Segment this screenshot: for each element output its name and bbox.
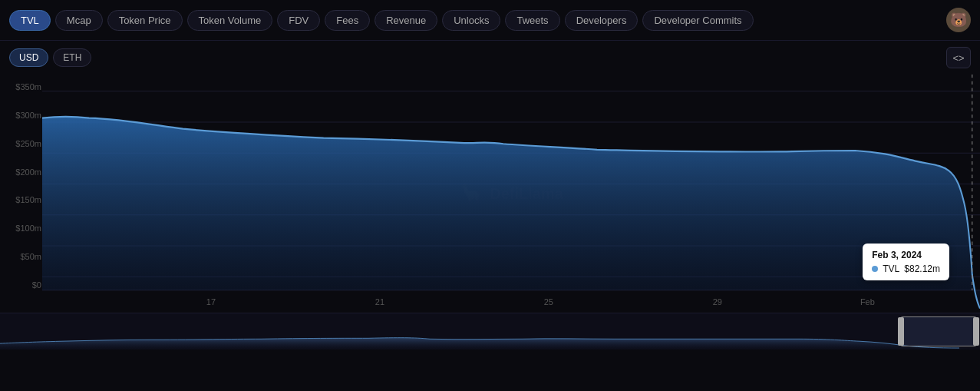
code-button[interactable]: <> xyxy=(946,47,971,68)
tab-token-price[interactable]: Token Price xyxy=(107,10,183,31)
y-label-250m: $250m xyxy=(3,139,41,148)
tab-fees[interactable]: Fees xyxy=(325,10,370,31)
x-label-17: 17 xyxy=(206,297,216,307)
tooltip-dot xyxy=(872,266,878,272)
tab-developers[interactable]: Developers xyxy=(565,10,638,31)
x-label-29: 29 xyxy=(713,297,722,307)
chart-tooltip: Feb 3, 2024 TVL $82.12m xyxy=(863,244,949,280)
tab-unlocks[interactable]: Unlocks xyxy=(442,10,500,31)
tab-mcap[interactable]: Mcap xyxy=(55,10,103,31)
currency-eth[interactable]: ETH xyxy=(53,48,91,67)
currency-usd[interactable]: USD xyxy=(9,48,48,67)
x-label-feb: Feb xyxy=(860,297,875,307)
y-label-300m: $300m xyxy=(3,111,41,120)
range-selector[interactable] xyxy=(900,316,977,346)
chart-svg xyxy=(42,75,980,313)
tab-token-volume[interactable]: Token Volume xyxy=(187,10,273,31)
tab-revenue[interactable]: Revenue xyxy=(375,10,437,31)
chart-svg-area: 🦙 DefiLlama Feb 3, 2024 TVL $82.12m xyxy=(42,75,980,313)
tooltip-label: TVL xyxy=(883,263,899,274)
x-label-21: 21 xyxy=(375,297,384,307)
chart-area-fill xyxy=(42,117,980,309)
tab-tweets[interactable]: Tweets xyxy=(505,10,559,31)
range-handle-right[interactable] xyxy=(973,317,979,346)
tooltip-value: $82.12m xyxy=(904,263,940,274)
y-label-200m: $200m xyxy=(3,167,41,177)
avatar: 🐻 xyxy=(946,8,971,32)
tab-tvl[interactable]: TVL xyxy=(9,10,51,31)
x-label-25: 25 xyxy=(544,297,553,307)
y-label-150m: $150m xyxy=(3,195,41,204)
x-axis: 17 21 25 29 Feb xyxy=(42,291,980,313)
tab-fdv[interactable]: FDV xyxy=(277,10,320,31)
y-label-0: $0 xyxy=(3,280,41,290)
tooltip-row: TVL $82.12m xyxy=(872,263,940,274)
tab-bar: TVL Mcap Token Price Token Volume FDV Fe… xyxy=(0,0,980,41)
tooltip-date: Feb 3, 2024 xyxy=(872,250,940,260)
tab-developer-commits[interactable]: Developer Commits xyxy=(642,10,753,31)
y-label-350m: $350m xyxy=(3,82,41,91)
range-handle-left[interactable] xyxy=(898,317,904,346)
y-label-100m: $100m xyxy=(3,224,41,233)
mini-chart xyxy=(0,313,980,350)
main-chart: $350m $300m $250m $200m $150m $100m $50m… xyxy=(0,75,980,313)
y-axis: $350m $300m $250m $200m $150m $100m $50m… xyxy=(0,75,42,313)
sub-bar: USD ETH <> xyxy=(0,41,980,75)
mini-chart-svg xyxy=(0,313,980,350)
y-label-50m: $50m xyxy=(3,252,41,261)
